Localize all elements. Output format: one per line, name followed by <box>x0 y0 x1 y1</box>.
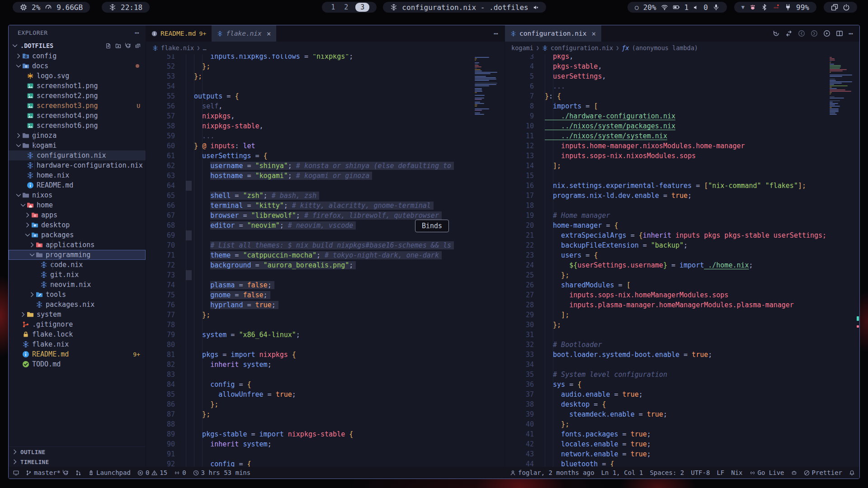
code-line[interactable]: 64 <box>146 181 475 191</box>
tree-item-system[interactable]: system <box>9 310 146 319</box>
tree-item-config[interactable]: config <box>9 51 146 61</box>
code-line[interactable]: 6 ... <box>505 81 830 91</box>
tree-item-TODO.md[interactable]: TODO.md <box>9 359 146 369</box>
code-line[interactable]: 13 inputs.sops-nix.nixosModules.sops <box>505 151 830 161</box>
code-line[interactable]: 40 }; <box>505 419 830 429</box>
indentation-setting[interactable]: Spaces: 2 <box>650 469 684 476</box>
code-line[interactable]: 5 userSettings, <box>505 71 830 81</box>
tree-item-nixos[interactable]: nixos <box>9 190 146 200</box>
code-line[interactable]: 71 theme = "catppuccin-mocha"; # tokyo-n… <box>146 250 475 260</box>
tree-item-.gitignore[interactable]: .gitignore <box>9 319 146 329</box>
breadcrumb-item[interactable]: (anonymous lambda) <box>632 44 698 52</box>
code-line[interactable]: 58 nixpkgs-stable, <box>146 121 475 131</box>
hardware-pill[interactable]: ○ 20% 1 0 <box>627 2 727 13</box>
pull-request-item[interactable] <box>75 470 81 476</box>
code-line[interactable]: 53 }; <box>146 71 475 81</box>
problems-item[interactable]: 0 15 <box>137 469 167 476</box>
code-line[interactable]: 41 fonts.packages = true; <box>505 429 830 439</box>
code-line[interactable]: 7}: { <box>505 91 830 101</box>
code-line[interactable]: 91 <box>146 449 475 459</box>
tree-item-README.md[interactable]: README.md <box>9 180 146 190</box>
code-line[interactable]: 60 } @ inputs: let <box>146 141 475 151</box>
code-line[interactable]: 29 ]; <box>505 310 830 320</box>
previous-change-icon[interactable] <box>798 30 805 37</box>
code-line[interactable]: 30 }; <box>505 320 830 330</box>
code-line[interactable]: 89 pkgs-stable = import nixpkgs-stable { <box>146 429 475 439</box>
code-line[interactable]: 77 }; <box>146 310 475 320</box>
code-line[interactable]: 42 locales.enable = true; <box>505 439 830 449</box>
code-line[interactable]: 51 inputs.nixpkgs.follows = "nixpkgs"; <box>146 54 475 61</box>
code-line[interactable]: 34 <box>505 360 830 370</box>
code-line[interactable]: 19 # Home manager <box>505 211 830 221</box>
code-line[interactable]: 82 inherit system; <box>146 360 475 370</box>
code-line[interactable]: 55 outputs = { <box>146 91 475 101</box>
breadcrumb-item[interactable]: configuration.nix <box>551 44 613 52</box>
code-line[interactable]: 37 audio.enable = true; <box>505 389 830 399</box>
close-tab-icon[interactable]: × <box>267 29 271 38</box>
code-line[interactable]: 63 hostname = "kogami"; # kogami or gino… <box>146 171 475 181</box>
close-tab-icon[interactable]: × <box>591 29 596 38</box>
code-line[interactable]: 14 ]; <box>505 161 830 171</box>
launchpad-item[interactable]: Launchpad <box>88 469 131 476</box>
code-line[interactable]: 24 ${userSettings.username} = import ./h… <box>505 260 830 270</box>
code-line[interactable]: 20 home-manager = { <box>505 221 830 230</box>
code-line[interactable]: 83 <box>146 370 475 380</box>
copilot-item[interactable] <box>791 470 797 476</box>
code-line[interactable]: 86 }; <box>146 399 475 409</box>
dropdown-tray-icon[interactable]: ▼ <box>741 4 745 10</box>
tab-configuration-nix[interactable]: configuration.nix × <box>505 25 601 42</box>
code-line[interactable]: 74 plasma = false; <box>146 280 475 290</box>
code-line[interactable]: 72 background = "aurora_borealis.png"; <box>146 260 475 270</box>
go-live-item[interactable]: Go Live <box>750 469 784 476</box>
code-line[interactable]: 3 pkgs, <box>505 54 830 61</box>
code-line[interactable]: 81 pkgs = import nixpkgs { <box>146 350 475 360</box>
notifications-item[interactable] <box>849 470 855 476</box>
code-line[interactable]: 80 <box>146 340 475 350</box>
formatter-item[interactable]: Prettier <box>804 469 842 476</box>
next-change-icon[interactable] <box>811 30 818 37</box>
code-line[interactable]: 75 gnome = false; <box>146 290 475 300</box>
code-line[interactable]: 87 }; <box>146 409 475 419</box>
tree-item-tools[interactable]: tools <box>9 290 146 300</box>
minimap-right[interactable] <box>830 57 855 115</box>
code-line[interactable]: 18 <box>505 201 830 211</box>
code-line[interactable]: 10 ../nixos/system/packages.nix <box>505 121 830 131</box>
workspace-3[interactable]: 3 <box>355 3 369 12</box>
tree-item-packages.nix[interactable]: packages.nix <box>9 300 146 310</box>
tree-item-applications[interactable]: applications <box>9 240 146 250</box>
code-line[interactable]: 39 steamdeck.enable = true; <box>505 409 830 419</box>
code-line[interactable]: 90 inherit system; <box>146 439 475 449</box>
code-line[interactable]: 79 system = "x86_64-linux"; <box>146 330 475 340</box>
code-line[interactable]: 25 }; <box>505 270 830 280</box>
code-line[interactable]: 57 nixpkgs, <box>146 111 475 121</box>
system-stats-pill[interactable]: 2% 9.66GB <box>13 2 90 13</box>
tab-flake-nix[interactable]: flake.nix × <box>212 25 276 42</box>
tree-item-programming[interactable]: programming <box>9 250 146 260</box>
split-editor-icon[interactable] <box>836 30 843 37</box>
touchpad-gesture-icon[interactable] <box>749 4 756 11</box>
eol-setting[interactable]: LF <box>717 469 724 476</box>
tree-item-code.nix[interactable]: code.nix <box>9 260 146 270</box>
workspace-root-row[interactable]: .DOTFILES <box>9 40 146 51</box>
code-line[interactable]: 65 shell = "zsh"; # bash, zsh <box>146 191 475 201</box>
run-file-icon[interactable] <box>823 30 830 37</box>
tree-item-screenshot3.png[interactable]: screenshot3.pngU <box>9 101 146 111</box>
tree-item-README.md[interactable]: README.md9+ <box>9 349 146 359</box>
code-line[interactable]: 52 }; <box>146 61 475 71</box>
tree-item-ginoza[interactable]: ginoza <box>9 131 146 141</box>
code-line[interactable]: 16 nix.settings.experimental-features = … <box>505 181 830 191</box>
tray-pill[interactable]: ▼ 99% <box>734 2 816 13</box>
editor-more-actions-icon[interactable]: ⋯ <box>849 29 853 38</box>
tree-item-screenshot6.png[interactable]: screenshot6.png <box>9 121 146 131</box>
code-line[interactable]: 26 sharedModules = [ <box>505 280 830 290</box>
tree-item-home[interactable]: home <box>9 200 146 210</box>
ports-item[interactable]: 0 <box>174 469 186 476</box>
code-line[interactable]: 54 <box>146 81 475 91</box>
code-line[interactable]: 33 boot.loader.systemd-boot.enable = tru… <box>505 350 830 360</box>
code-line[interactable]: 56 self, <box>146 101 475 111</box>
tree-item-desktop[interactable]: desktop <box>9 220 146 230</box>
remote-indicator[interactable] <box>13 470 19 476</box>
tree-item-configuration.nix[interactable]: configuration.nix <box>9 150 146 160</box>
outline-section[interactable]: OUTLINE <box>9 447 146 457</box>
breadcrumb-item[interactable]: … <box>203 44 206 52</box>
